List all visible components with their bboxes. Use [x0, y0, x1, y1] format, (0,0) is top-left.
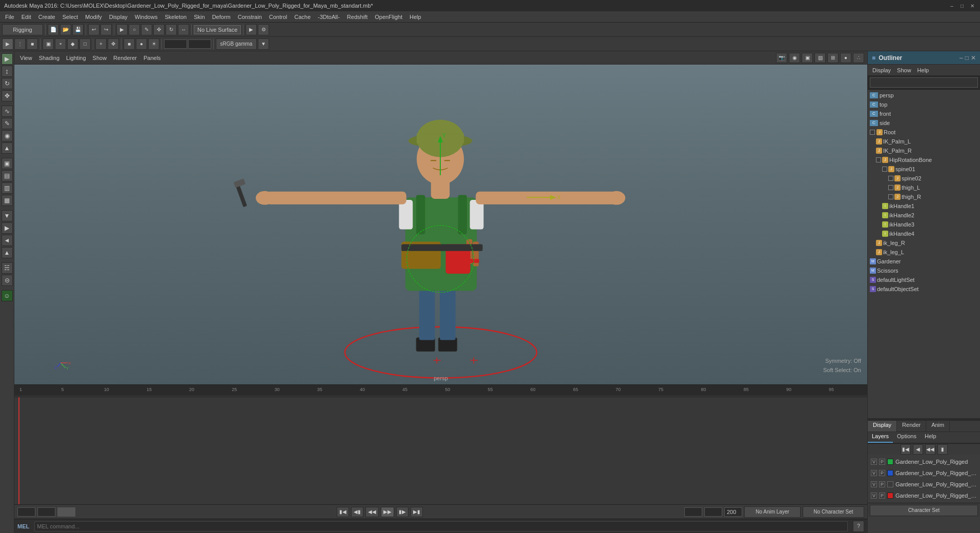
layout3-btn[interactable]: ▥ [2, 182, 13, 194]
scale-tool-left[interactable]: ✥ [2, 90, 13, 101]
gamma-dropdown[interactable]: ▼ [258, 38, 269, 50]
undo-btn[interactable]: ↩ [88, 24, 99, 35]
tab-display[interactable]: Display [868, 421, 897, 432]
tree-item-default-light-set[interactable]: S defaultLightSet [868, 275, 980, 284]
outliner-display-menu[interactable]: Display [870, 66, 893, 74]
layer-v-bones[interactable]: V [871, 481, 877, 487]
start-frame-input[interactable]: 1 [17, 507, 35, 517]
layout4-btn[interactable]: ▦ [2, 195, 13, 206]
outliner-tree[interactable]: C persp C top C front C side [868, 90, 980, 418]
menu-display[interactable]: Display [106, 13, 131, 21]
tree-item-front[interactable]: C front [868, 109, 980, 118]
sub-tab-layers[interactable]: Layers [868, 432, 893, 443]
tree-item-spine01[interactable]: J spine01 [868, 165, 980, 174]
camera2-btn[interactable]: ▶ [2, 222, 13, 234]
wireframe-btn[interactable]: ■ [124, 38, 135, 50]
layer-item-helper[interactable]: V P Gardener_Low_Poly_Rigged_Helper [870, 490, 978, 501]
range-display[interactable]: 1 [57, 507, 75, 517]
menu-help[interactable]: Help [406, 13, 424, 21]
open-btn[interactable]: 📂 [60, 24, 71, 35]
layer2-btn[interactable]: ⊝ [2, 275, 13, 286]
select-tool-left[interactable]: ▶ [2, 53, 13, 65]
camera3-btn[interactable]: ◄ [2, 235, 13, 246]
menu-skin[interactable]: Skin [191, 13, 208, 21]
outliner-help-menu[interactable]: Help [915, 66, 932, 74]
tree-item-default-obj-set[interactable]: S defaultObjectSet [868, 284, 980, 294]
out-pb-prev-btn[interactable]: ◀ [913, 444, 923, 455]
play-back-btn[interactable]: ◀◀ [365, 507, 379, 517]
smooth-shade-btn[interactable]: ● [136, 38, 147, 50]
tab-render[interactable]: Render [897, 421, 926, 432]
close-button[interactable]: ✕ [969, 2, 976, 9]
go-start-btn[interactable]: ▮◀ [337, 507, 349, 517]
step-fwd-btn[interactable]: ▮▶ [396, 507, 409, 517]
curve-tool-left[interactable]: ∿ [2, 106, 13, 117]
tree-item-ik2[interactable]: I ikHandle2 [868, 211, 980, 220]
menu-windows[interactable]: Windows [132, 13, 161, 21]
camera4-btn[interactable]: ▲ [2, 247, 13, 258]
snap-surface-btn[interactable]: □ [79, 38, 91, 50]
outliner-search-input[interactable] [870, 77, 978, 88]
sculpt-tool-left[interactable]: ◉ [2, 130, 13, 141]
menu-3dto[interactable]: -3DtoAll- [315, 13, 343, 21]
component-mode-btn[interactable]: ⋮ [14, 38, 26, 50]
scale-tool[interactable]: ↔ [178, 24, 189, 35]
snap-point-btn[interactable]: ◆ [67, 38, 78, 50]
show-menu[interactable]: Show [90, 54, 110, 62]
outliner-maximize-btn[interactable]: □ [965, 54, 969, 61]
layer-p-bones[interactable]: P [879, 481, 885, 487]
sub-tab-options[interactable]: Options [893, 432, 921, 443]
tree-item-scissors[interactable]: M Scissors [868, 266, 980, 275]
layout2-btn[interactable]: ▤ [2, 170, 13, 181]
menu-openflight[interactable]: OpenFlight [372, 13, 405, 21]
view-menu[interactable]: View [17, 54, 35, 62]
vp-poly-btn[interactable]: ▨ [814, 53, 826, 63]
layer-item-bones[interactable]: V P Gardener_Low_Poly_Rigged_bones [870, 479, 978, 489]
menu-redshift[interactable]: Redshift [344, 13, 371, 21]
tree-item-spine02[interactable]: J spine02 [868, 174, 980, 183]
tree-item-gardener[interactable]: M Gardener [868, 257, 980, 266]
menu-select[interactable]: Select [59, 13, 81, 21]
move-tool-left[interactable]: ↕ [2, 66, 13, 77]
tree-item-root[interactable]: J Root [868, 128, 980, 137]
char-set-btn[interactable]: Character Set [870, 505, 978, 516]
transform-btn[interactable]: ✥ [108, 38, 119, 50]
menu-file[interactable]: File [2, 13, 17, 21]
tree-item-top[interactable]: C top [868, 100, 980, 109]
tree-item-ik4[interactable]: I ikHandle4 [868, 229, 980, 238]
sub-tab-help[interactable]: Help [921, 432, 941, 443]
snap-curve-btn[interactable]: ⚬ [55, 38, 66, 50]
layer-p-helper[interactable]: P [879, 493, 885, 499]
select-mode-btn[interactable]: ▶ [2, 38, 13, 50]
menu-skeleton[interactable]: Skeleton [161, 13, 190, 21]
vp-smooth-btn[interactable]: ● [840, 53, 851, 63]
snap-grid-btn[interactable]: ▣ [43, 38, 54, 50]
layer-v-controls[interactable]: V [871, 470, 877, 476]
vp-subdiv-btn[interactable]: ⊞ [827, 53, 839, 63]
tree-item-hip-rot[interactable]: J HipRotationBone [868, 155, 980, 165]
tree-item-thigh-r[interactable]: J thigh_R [868, 192, 980, 201]
panels-menu[interactable]: Panels [141, 54, 164, 62]
tree-item-ik-palm-r[interactable]: J IK_Palm_R [868, 146, 980, 155]
vp-isolate-btn[interactable]: ◉ [789, 53, 800, 63]
char-btn[interactable]: ☺ [2, 290, 13, 301]
no-anim-layer-btn[interactable]: No Anim Layer [744, 506, 801, 518]
no-char-set-btn[interactable]: No Character Set [803, 506, 864, 518]
tree-item-side[interactable]: C side [868, 118, 980, 128]
outliner-show-menu[interactable]: Show [894, 66, 914, 74]
timeline-track[interactable] [14, 397, 867, 504]
viewport-3d[interactable]: Y X Z [14, 65, 867, 384]
vp-wire-btn[interactable]: ∴ [853, 53, 864, 63]
timeline-ruler[interactable]: 1 5 10 15 20 25 30 35 40 45 50 55 60 65 … [14, 384, 867, 397]
maximize-button[interactable]: □ [958, 2, 966, 9]
tree-item-persp[interactable]: C persp [868, 91, 980, 100]
play-fwd-btn[interactable]: ▶▶ [381, 507, 394, 517]
minimize-button[interactable]: – [948, 2, 955, 9]
save-btn[interactable]: 💾 [72, 24, 84, 35]
rotate-tool[interactable]: ↻ [166, 24, 177, 35]
menu-modify[interactable]: Modify [82, 13, 105, 21]
y-coord-input[interactable]: 1.00 [188, 39, 211, 49]
mode-dropdown[interactable]: Rigging [2, 24, 43, 35]
outliner-close-btn[interactable]: ✕ [971, 54, 976, 61]
layer1-btn[interactable]: ☵ [2, 262, 13, 274]
